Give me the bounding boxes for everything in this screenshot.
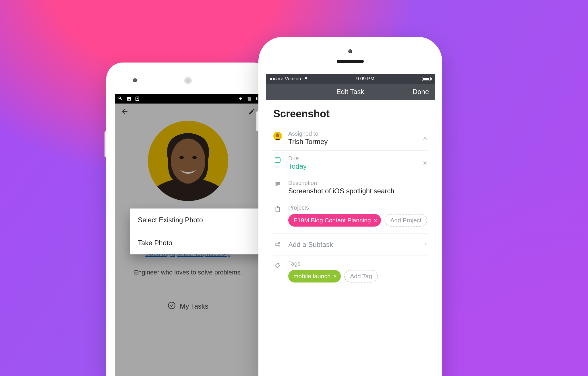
photo-picker-menu: Select Existing Photo Take Photo xyxy=(130,209,261,254)
android-power-button xyxy=(105,131,106,157)
wifi-icon xyxy=(238,96,243,101)
back-arrow-icon[interactable] xyxy=(121,107,129,117)
project-pill-label: E19M Blog Content Planning xyxy=(293,217,371,224)
add-subtask-label: Add a Subtask xyxy=(288,241,333,249)
android-front-camera xyxy=(133,78,137,82)
ios-device-frame: Verizon 9:09 PM Edit Task Done Screensho… xyxy=(258,37,442,376)
svg-point-8 xyxy=(276,133,279,137)
my-tasks-row[interactable]: My Tasks xyxy=(160,301,216,311)
due-date-label: Due xyxy=(288,155,427,162)
signal-strength-icon xyxy=(270,78,283,80)
chevron-right-icon xyxy=(424,241,427,249)
wrench-icon xyxy=(118,96,123,101)
wifi-icon xyxy=(303,76,309,82)
android-status-bar xyxy=(115,94,261,104)
clear-due-date-button[interactable]: × xyxy=(423,159,427,167)
remove-project-icon[interactable]: × xyxy=(374,217,377,223)
tag-icon xyxy=(273,260,282,283)
svg-point-14 xyxy=(278,264,279,264)
edit-pencil-icon[interactable] xyxy=(248,108,256,116)
ios-mute-switch xyxy=(256,111,258,131)
battery-icon xyxy=(422,77,431,81)
ios-status-bar: Verizon 9:09 PM xyxy=(266,74,435,84)
ios-nav-bar: Edit Task Done xyxy=(266,84,435,100)
calendar-icon xyxy=(273,155,282,163)
battery-charging-icon xyxy=(255,96,258,101)
download-icon xyxy=(135,96,140,101)
marketing-stage: claudia@apolloenterprises.org Engineer w… xyxy=(0,0,588,376)
description-value: Screenshot of iOS spotlight search xyxy=(288,187,427,195)
svg-point-12 xyxy=(278,243,280,244)
clipboard-icon xyxy=(273,204,282,213)
android-top-bar xyxy=(115,104,261,121)
android-screen: claudia@apolloenterprises.org Engineer w… xyxy=(115,94,261,376)
add-project-button[interactable]: Add Project xyxy=(384,214,427,227)
take-photo-option[interactable]: Take Photo xyxy=(130,231,261,254)
project-pill[interactable]: E19M Blog Content Planning × xyxy=(288,214,381,227)
done-button[interactable]: Done xyxy=(413,88,429,96)
assigned-to-field[interactable]: Assigned to Trish Tormey xyxy=(288,130,427,146)
check-circle-icon xyxy=(168,301,176,311)
assigned-to-value: Trish Tormey xyxy=(288,138,427,146)
tag-pill[interactable]: mobile launch × xyxy=(288,270,341,283)
select-existing-photo-option[interactable]: Select Existing Photo xyxy=(130,209,261,231)
svg-point-4 xyxy=(179,156,184,159)
android-device-frame: claudia@apolloenterprises.org Engineer w… xyxy=(106,63,270,376)
description-field[interactable]: Description Screenshot of iOS spotlight … xyxy=(288,180,427,195)
svg-point-3 xyxy=(171,139,205,183)
task-title[interactable]: Screenshot xyxy=(272,100,428,126)
remove-tag-icon[interactable]: × xyxy=(334,273,337,279)
assignee-avatar[interactable] xyxy=(273,132,282,140)
clock-label: 9:09 PM xyxy=(356,76,374,82)
projects-label: Projects xyxy=(288,204,427,211)
add-subtask-row[interactable]: Add a Subtask xyxy=(272,233,428,256)
svg-rect-9 xyxy=(275,158,280,162)
projects-field: Projects E19M Blog Content Planning × Ad… xyxy=(288,204,427,227)
profile-bio: Engineer who loves to solve problems. xyxy=(134,269,242,276)
no-sim-icon xyxy=(247,96,252,101)
tag-pill-label: mobile launch xyxy=(293,273,331,280)
ios-screen: Verizon 9:09 PM Edit Task Done Screensho… xyxy=(266,74,435,376)
carrier-label: Verizon xyxy=(285,76,301,82)
tags-field: Tags mobile launch × Add Tag xyxy=(288,260,378,283)
my-tasks-label: My Tasks xyxy=(180,302,208,310)
description-label: Description xyxy=(288,180,427,186)
description-icon xyxy=(273,180,282,187)
svg-point-13 xyxy=(278,245,280,246)
tags-label: Tags xyxy=(288,260,378,267)
due-date-value: Today xyxy=(288,162,427,170)
assigned-to-label: Assigned to xyxy=(288,130,427,137)
ios-front-camera xyxy=(348,49,352,53)
svg-point-5 xyxy=(192,156,197,159)
android-earpiece xyxy=(184,77,192,84)
subtask-icon xyxy=(273,242,282,248)
ios-earpiece xyxy=(337,60,364,63)
svg-point-6 xyxy=(169,302,175,309)
profile-avatar[interactable] xyxy=(148,121,228,201)
due-date-field[interactable]: Due Today xyxy=(288,155,427,170)
add-tag-button[interactable]: Add Tag xyxy=(344,270,378,283)
nav-title: Edit Task xyxy=(336,88,364,96)
clear-assignee-button[interactable]: × xyxy=(423,135,427,142)
image-icon xyxy=(126,96,131,101)
